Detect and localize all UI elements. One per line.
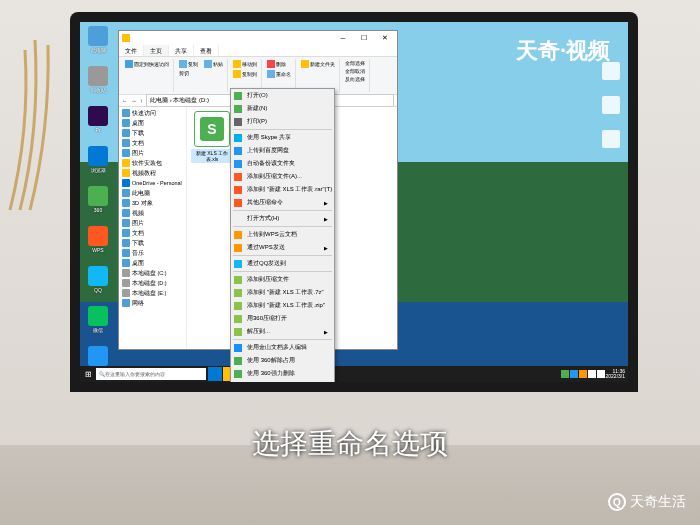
- wifi-icon[interactable]: [588, 370, 596, 378]
- select-all-button[interactable]: 全部选择: [343, 59, 367, 67]
- context-menu-item[interactable]: 添加到压缩文件: [231, 273, 334, 286]
- nav-item[interactable]: 桌面: [120, 118, 185, 128]
- search-box[interactable]: 🔍 在这里输入你要搜索的内容: [96, 368, 206, 380]
- ribbon-tab[interactable]: 查看: [194, 45, 219, 56]
- desktop-icons-left: 此电脑回收站Pr浏览器360WPSQQ微信网盘PS腾讯安全视频文件: [84, 26, 112, 382]
- desktop-icon[interactable]: 浏览器: [84, 146, 112, 182]
- file-name-label: 新建 XLS 工作表.xls: [191, 149, 233, 163]
- taskbar-icon[interactable]: [208, 367, 222, 381]
- nav-item[interactable]: 3D 对象: [120, 198, 185, 208]
- desktop-icon[interactable]: 此电脑: [84, 26, 112, 62]
- menu-separator: [233, 210, 332, 211]
- nav-item[interactable]: OneDrive - Personal: [120, 178, 185, 188]
- moveto-button[interactable]: 移动到: [231, 59, 259, 69]
- rename-button[interactable]: 重命名: [265, 69, 293, 79]
- context-menu-item[interactable]: 上传到WPS云文档: [231, 228, 334, 241]
- copyto-button[interactable]: 复制到: [231, 69, 259, 79]
- brand-logo: Q 天奇生活: [608, 493, 686, 511]
- nav-item[interactable]: 文档: [120, 138, 185, 148]
- context-menu-item[interactable]: 自动备份该文件夹: [231, 157, 334, 170]
- ribbon-tab[interactable]: 主页: [144, 45, 169, 56]
- nav-item[interactable]: 图片: [120, 148, 185, 158]
- copy-button[interactable]: 复制: [177, 59, 200, 69]
- context-menu-item[interactable]: 使用 360进行木马云查杀: [231, 380, 334, 382]
- nav-item[interactable]: 视频教程: [120, 168, 185, 178]
- context-menu-item[interactable]: 使用 360解除占用: [231, 354, 334, 367]
- context-menu-item[interactable]: 新建(N): [231, 102, 334, 115]
- context-menu-item[interactable]: 用360压缩打开: [231, 312, 334, 325]
- close-button[interactable]: ✕: [376, 33, 394, 43]
- monitor-frame: 天奇·视频 此电脑回收站Pr浏览器360WPSQQ微信网盘PS腾讯安全视频文件 …: [70, 12, 638, 392]
- context-menu-item[interactable]: 使用金山文档多人编辑: [231, 341, 334, 354]
- nav-item[interactable]: 快速访问: [120, 108, 185, 118]
- start-button[interactable]: ⊞: [80, 366, 96, 382]
- up-icon[interactable]: ↑: [140, 98, 143, 104]
- nav-item[interactable]: 下载: [120, 128, 185, 138]
- nav-item[interactable]: 软件安装包: [120, 158, 185, 168]
- pin-button[interactable]: 固定到快速访问: [123, 59, 171, 69]
- menu-separator: [233, 129, 332, 130]
- minimize-button[interactable]: ─: [334, 33, 352, 43]
- context-menu-item[interactable]: 添加到压缩文件(A)...: [231, 170, 334, 183]
- ribbon-tab[interactable]: 共享: [169, 45, 194, 56]
- desktop-icon[interactable]: [600, 96, 622, 122]
- desktop-icon[interactable]: 微信: [84, 306, 112, 342]
- video-subtitle: 选择重命名选项: [0, 425, 700, 463]
- context-menu: 打开(O)新建(N)打印(P)使用 Skype 共享上传到百度网盘自动备份该文件…: [230, 88, 335, 382]
- file-item-selected[interactable]: S 新建 XLS 工作表.xls: [191, 111, 233, 163]
- context-menu-item[interactable]: 添加到 "新建 XLS 工作表.rar"(T): [231, 183, 334, 196]
- menu-separator: [233, 339, 332, 340]
- desktop-icon[interactable]: Pr: [84, 106, 112, 142]
- context-menu-item[interactable]: 添加到 "新建 XLS 工作表.7z": [231, 286, 334, 299]
- tray-icon[interactable]: [570, 370, 578, 378]
- paste-button[interactable]: 粘贴: [202, 59, 225, 69]
- context-menu-item[interactable]: 通过QQ发送到: [231, 257, 334, 270]
- desktop-icon[interactable]: 360: [84, 186, 112, 222]
- context-menu-item[interactable]: 添加到 "新建 XLS 工作表.zip": [231, 299, 334, 312]
- tray-icon[interactable]: [579, 370, 587, 378]
- back-icon[interactable]: ←: [122, 98, 128, 104]
- nav-item[interactable]: 图片: [120, 218, 185, 228]
- context-menu-item[interactable]: 解压到...▶: [231, 325, 334, 338]
- context-menu-item[interactable]: 打开方式(H)▶: [231, 212, 334, 225]
- desktop-icon[interactable]: WPS: [84, 226, 112, 262]
- newfolder-button[interactable]: 新建文件夹: [299, 59, 337, 69]
- maximize-button[interactable]: ☐: [355, 33, 373, 43]
- volume-icon[interactable]: [597, 370, 605, 378]
- select-none-button[interactable]: 全部取消: [343, 67, 367, 75]
- context-menu-item[interactable]: 使用 Skype 共享: [231, 131, 334, 144]
- nav-item[interactable]: 本地磁盘 (C:): [120, 268, 185, 278]
- taskbar: ⊞ 🔍 在这里输入你要搜索的内容 11:362022/3/1: [80, 366, 628, 382]
- nav-item[interactable]: 视频: [120, 208, 185, 218]
- nav-item[interactable]: 本地磁盘 (D:): [120, 278, 185, 288]
- clock[interactable]: 11:362022/3/1: [606, 369, 625, 379]
- tray-icon[interactable]: [561, 370, 569, 378]
- cut-button[interactable]: 剪切: [177, 69, 191, 77]
- menu-separator: [233, 271, 332, 272]
- delete-button[interactable]: 删除: [265, 59, 293, 69]
- nav-pane: 快速访问桌面下载文档图片软件安装包视频教程OneDrive - Personal…: [119, 107, 187, 349]
- nav-item[interactable]: 网络: [120, 298, 185, 308]
- desktop-icon[interactable]: 回收站: [84, 66, 112, 102]
- desktop-screen: 天奇·视频 此电脑回收站Pr浏览器360WPSQQ微信网盘PS腾讯安全视频文件 …: [80, 22, 628, 382]
- nav-item[interactable]: 音乐: [120, 248, 185, 258]
- nav-item[interactable]: 文档: [120, 228, 185, 238]
- context-menu-item[interactable]: 打开(O): [231, 89, 334, 102]
- context-menu-item[interactable]: 通过WPS发送▶: [231, 241, 334, 254]
- brand-icon: Q: [608, 493, 626, 511]
- video-watermark: 天奇·视频: [516, 36, 610, 66]
- nav-item[interactable]: 本地磁盘 (E:): [120, 288, 185, 298]
- window-titlebar[interactable]: ─ ☐ ✕: [119, 31, 397, 45]
- invert-button[interactable]: 反向选择: [343, 75, 367, 83]
- context-menu-item[interactable]: 其他压缩命令▶: [231, 196, 334, 209]
- forward-icon[interactable]: →: [131, 98, 137, 104]
- desktop-icon[interactable]: QQ: [84, 266, 112, 302]
- nav-item[interactable]: 此电脑: [120, 188, 185, 198]
- context-menu-item[interactable]: 上传到百度网盘: [231, 144, 334, 157]
- nav-item[interactable]: 下载: [120, 238, 185, 248]
- context-menu-item[interactable]: 使用 360强力删除: [231, 367, 334, 380]
- ribbon-tab[interactable]: 文件: [119, 45, 144, 56]
- context-menu-item[interactable]: 打印(P): [231, 115, 334, 128]
- desktop-icon[interactable]: [600, 130, 622, 156]
- nav-item[interactable]: 桌面: [120, 258, 185, 268]
